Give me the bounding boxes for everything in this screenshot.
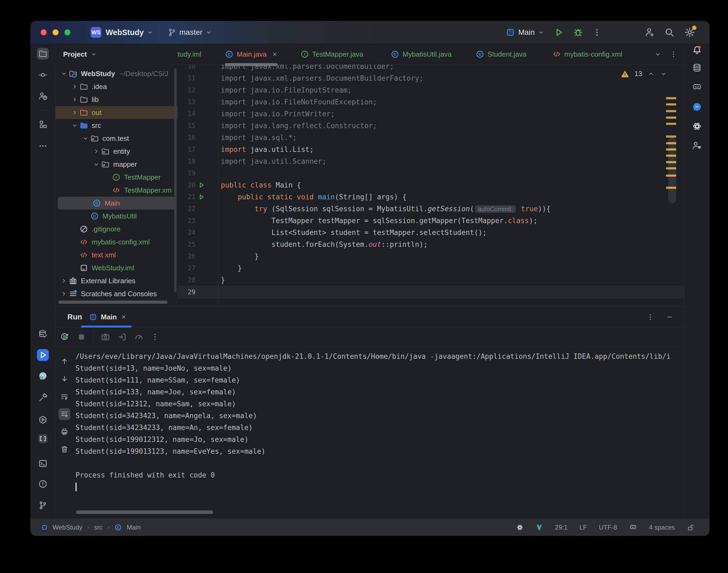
close-window-button[interactable] [41, 30, 47, 35]
project-tool-button[interactable] [37, 48, 49, 60]
warning-stripe-mark[interactable] [666, 116, 676, 119]
v-plugin-status-icon[interactable] [536, 524, 543, 531]
git-tool-button[interactable] [37, 499, 49, 511]
project-tree-vertical-scrollbar[interactable] [174, 68, 177, 292]
code-line-14[interactable]: 14import java.io.PrintWriter; [178, 108, 684, 120]
tree-item-main[interactable]: CMain [58, 197, 175, 210]
console-horizontal-scrollbar[interactable] [76, 510, 213, 514]
scroll-up-icon[interactable] [58, 355, 70, 367]
chevron-right-icon[interactable] [59, 276, 68, 285]
warning-stripe-mark[interactable] [666, 103, 676, 105]
tree-item-testmapper[interactable]: ITestMapper [56, 171, 177, 184]
run-console[interactable]: /Users/eve/Library/Java/JavaVirtualMachi… [56, 347, 684, 518]
scroll-to-end-icon[interactable] [58, 408, 70, 420]
indent-style[interactable]: 4 spaces [649, 524, 675, 531]
problems-tool-button[interactable] [37, 478, 49, 490]
chevron-right-icon[interactable] [70, 95, 79, 104]
code-line-26[interactable]: 26 } [178, 250, 684, 262]
breadcrumb-file[interactable]: Main [127, 524, 141, 531]
file-encoding[interactable]: UTF-8 [599, 524, 617, 531]
project-name-menu[interactable]: WebStudy [106, 28, 144, 37]
copilot-help-tool-button[interactable] [37, 90, 49, 102]
run-configuration-select[interactable]: Main [506, 28, 544, 37]
database-panel-button[interactable] [691, 62, 703, 74]
breadcrumb-project[interactable]: WebStudy [53, 524, 82, 531]
tab-testmapper-java[interactable]: I TestMapper.java [300, 44, 363, 64]
tree-item-external-libraries[interactable]: External Libraries [56, 274, 177, 287]
collaboration-chat-button[interactable] [691, 140, 703, 151]
code-line-16[interactable]: 16import java.sql.*; [178, 132, 684, 144]
code-line-25[interactable]: 25 student.forEach(System.out::println); [178, 239, 684, 250]
code-with-me-button[interactable] [644, 27, 655, 38]
settings-button[interactable] [684, 27, 695, 38]
warning-stripe-mark[interactable] [666, 97, 676, 99]
debug-button[interactable] [573, 27, 583, 38]
editor-scrollbar-thumb[interactable] [668, 137, 676, 203]
tab-student-java[interactable]: C Student.java [475, 44, 526, 64]
code-line-28[interactable]: 28} [178, 274, 684, 286]
tree-item-text-xml[interactable]: text.xml [56, 249, 177, 261]
rerun-button[interactable] [59, 332, 69, 342]
chat-assistant-button[interactable] [691, 101, 703, 113]
attach-debugger-button[interactable] [117, 332, 127, 342]
ai-brackets-tool-button[interactable] [37, 433, 49, 445]
line-separator[interactable]: LF [579, 524, 587, 531]
next-warning-icon[interactable] [660, 70, 667, 77]
code-line-11[interactable]: 11import javax.xml.parsers.DocumentBuild… [178, 72, 684, 84]
more-tool-windows-button[interactable] [37, 140, 49, 152]
chevron-right-icon[interactable] [92, 147, 101, 156]
notifications-bell-button[interactable] [691, 44, 703, 56]
toolbar-more-icon[interactable] [151, 333, 159, 341]
tab-mybatis-config-xml[interactable]: mybatis-config.xml [553, 44, 622, 64]
code-line-12[interactable]: 12import java.io.FileInputStream; [178, 84, 684, 96]
more-actions-button[interactable] [593, 28, 602, 37]
tree-item-mybatis-config-xml[interactable]: mybatis-config.xml [56, 236, 177, 249]
tree-item-scratches-and-consoles[interactable]: Scratches and Consoles [56, 287, 177, 300]
run-line-icon[interactable] [195, 193, 207, 201]
database-tool-button[interactable] [37, 328, 49, 340]
project-tree-horizontal-scrollbar[interactable] [58, 301, 167, 304]
code-line-22[interactable]: 22 try (SqlSession sqlSession = MybatisU… [178, 203, 684, 215]
build-tool-button[interactable] [37, 392, 49, 404]
code-line-15[interactable]: 15import java.lang.reflect.Constructor; [178, 120, 684, 132]
structure-tool-button[interactable] [37, 118, 49, 130]
code-line-17[interactable]: 17import java.util.List; [178, 144, 684, 155]
run-tab-main[interactable]: Main [85, 307, 131, 327]
close-tab-icon[interactable] [272, 51, 278, 57]
breadcrumb-src[interactable]: src [94, 524, 103, 531]
stop-button[interactable] [76, 332, 86, 342]
chevron-right-icon[interactable] [70, 82, 79, 91]
clear-console-icon[interactable] [58, 443, 70, 455]
tree-item-out[interactable]: out [56, 106, 177, 119]
scroll-down-icon[interactable] [58, 373, 70, 385]
tree-item-testmapper-xm[interactable]: TestMapper.xm [56, 184, 177, 197]
run-button[interactable] [554, 27, 564, 38]
tree-item-entity[interactable]: entity [56, 145, 177, 158]
code-editor[interactable]: 10import javax.xml.parsers.DocumentBuild… [178, 65, 684, 307]
code-line-20[interactable]: 20public class Main { [178, 179, 684, 191]
chevron-down-icon[interactable] [70, 121, 79, 130]
code-line-27[interactable]: 27 } [178, 262, 684, 274]
search-everywhere-button[interactable] [664, 27, 675, 38]
run-panel-options-icon[interactable] [647, 313, 654, 321]
copilot-panel-button[interactable] [691, 81, 703, 93]
chevron-down-icon[interactable] [59, 69, 68, 78]
run-tool-button[interactable] [37, 349, 49, 361]
tree-item-com-test[interactable]: com.test [56, 132, 177, 145]
maximize-window-button[interactable] [64, 30, 70, 35]
code-line-19[interactable]: 19 [178, 167, 684, 179]
minimize-window-button[interactable] [53, 30, 58, 35]
tree-item-webstudy[interactable]: WebStudy~/Desktop/CS/J [56, 67, 177, 80]
chevron-down-icon[interactable] [92, 160, 101, 169]
tree-item-mapper[interactable]: mapper [56, 158, 177, 171]
tree-item--gitignore[interactable]: .gitignore [56, 222, 177, 236]
services-tool-button[interactable] [37, 414, 49, 426]
print-icon[interactable] [58, 426, 70, 437]
copilot-status-icon[interactable] [629, 523, 637, 531]
tab-options-icon[interactable] [670, 50, 677, 58]
warning-stripe-mark[interactable] [666, 110, 676, 112]
code-line-18[interactable]: 18import java.util.Scanner; [178, 155, 684, 167]
chevron-right-icon[interactable] [59, 289, 68, 298]
caret-position[interactable]: 29:1 [555, 524, 568, 531]
tab-mybatisutil-java[interactable]: C MybatisUtil.java [391, 44, 452, 64]
